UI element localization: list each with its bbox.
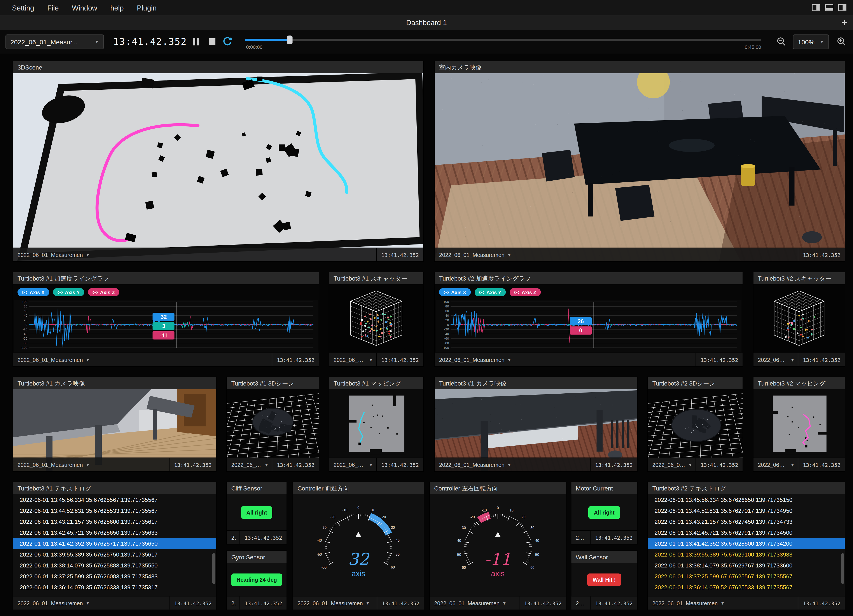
source-select[interactable]: 2022_06_01_Measuremen [227,596,240,610]
panel-timestamp: 13:41.42.352 [376,458,423,471]
log-row[interactable]: 2022-06-01 13:42.45.721 35.67627917,139.… [648,527,845,538]
seek-handle[interactable] [287,36,293,44]
scrollbar[interactable] [212,553,216,584]
source-select[interactable]: 2022_06_01_Measuremen▼ [13,458,169,471]
log-row[interactable]: 2022-06-01 13:45:56.334 35.67626650,139.… [648,494,845,505]
axis-toggle-chip[interactable]: Axis Y [474,288,506,296]
chevron-down-icon: ▼ [507,357,511,362]
source-select[interactable]: 2022_06_01_Measuremen▼ [13,248,376,261]
panel-title: Turtlebot3 #2 テキストログ [648,482,845,494]
3d-scene-viewport[interactable] [13,73,423,261]
source-select[interactable]: 2022_06_01_Measuremen▼ [648,458,696,471]
scrollbar[interactable] [841,553,844,584]
svg-text:-40: -40 [444,332,449,336]
mapping-view[interactable] [753,389,845,458]
menu-file[interactable]: File [41,3,65,12]
mapping-view[interactable] [329,389,423,458]
seek-track[interactable] [245,39,761,41]
zoom-level-select[interactable]: 100% ▼ [793,35,829,49]
panel-title: Turtlebot3 #2 マッピング [753,377,845,389]
eye-icon [57,290,62,294]
dashboard-title: Dashboard 1 [406,18,447,27]
log-row[interactable]: 2022-06-01 13:44:52.831 35.67625533,139.… [13,505,216,516]
source-select[interactable]: 2022_06_01_Measuremen▼ [227,458,272,471]
panel-title: Turtlebot3 #2 スキャッター [753,272,845,284]
log-row[interactable]: 2022-06-01 13:36:14.079 52.67625533,139.… [648,582,845,593]
layout-bottom-panel-icon[interactable] [825,5,833,11]
loop-button[interactable] [221,36,234,47]
log-row[interactable]: 2022-06-01 13:38:14.079 35.67625883,139.… [13,560,216,571]
layout-right-panel-icon[interactable] [812,5,820,11]
source-select[interactable]: 2022_06_01_Measuremen [572,596,590,610]
scatter-3d-plot[interactable] [329,284,423,353]
svg-text:40: 40 [535,539,539,543]
panel-timestamp: 13:41.42.352 [377,596,423,610]
pointcloud-scene[interactable] [227,389,319,458]
log-row[interactable]: 2022-01-01 13:41.42.352 35.67628500,139.… [648,538,845,549]
pointcloud-scene[interactable] [648,389,743,458]
panel-timestamp: 13:41.42.352 [590,596,637,610]
log-row[interactable]: 2022-06-01 13:38:14.079 35.67629767,139.… [648,560,845,571]
source-select[interactable]: 2022_06_01_Measuremen▼ [13,596,169,610]
zoom-out-button[interactable] [776,37,786,49]
log-row[interactable]: 2022-06-01 13:43.21.157 35.67625600,139.… [13,516,216,527]
menu-setting[interactable]: Setting [6,3,41,12]
log-row[interactable]: 2022-06-01 13:42.45.721 35.67625650,139.… [13,527,216,538]
source-select[interactable]: 2022_06_01_Measuremen▼ [430,596,519,610]
source-select[interactable]: 2022_06_01_Measuremen▼ [435,353,696,366]
log-row[interactable]: 2022-06-01 13:36:14.079 35.67626333,139.… [13,582,216,593]
source-select[interactable]: 2022_06_01_Measuremen▼ [435,248,798,261]
source-select[interactable]: 2022_06_01_Measuremen [572,531,590,544]
panel-footer: 2022_06_01_Measuremen▼ 13:41.42.352 [329,353,423,367]
source-select[interactable]: 2022_06_01_Measuremen [227,531,240,544]
svg-text:-30: -30 [461,526,466,530]
axis-toggle-chip[interactable]: Axis Z [88,288,119,296]
source-select[interactable]: 2022_06_01_Measuremen▼ [753,458,798,471]
axis-toggle-chip[interactable]: Axis X [439,288,471,296]
forward-gauge: -60-50-40-30-20-10010203040506032axis [293,494,424,596]
log-row[interactable]: 2022-06-01 13:39:55.389 75.67629100,139.… [648,549,845,560]
seek-bar[interactable]: 0:00:00 0:45:00 [245,38,761,51]
panel-title: Turtlebot3 #1 テキストログ [13,482,216,494]
source-select[interactable]: 2022_06_01_Measuremen▼ [13,353,272,366]
log-row[interactable]: 2022-06-01 13:43.21.157 35.67627450,139.… [648,516,845,527]
svg-text:20: 20 [382,515,386,519]
acceleration-line-chart[interactable]: 100806040200-20-40-60-80-100323-11 [14,300,318,352]
source-select[interactable]: 2022_06_01_Measuremen▼ [329,458,376,471]
source-select[interactable]: 2022_06_01_Measuremen▼ [648,596,798,610]
acceleration-line-chart[interactable]: 100806040200-20-40-60-80-100260 [436,300,742,352]
menu-help[interactable]: help [104,3,130,12]
log-row[interactable]: 2022-06-01 13:45:56.334 35.67625567,139.… [13,494,216,505]
log-row[interactable]: 2022-06-01 13:44:52.831 35.67627017,139.… [648,505,845,516]
stop-button[interactable] [206,36,219,47]
indoor-camera-image [435,73,845,261]
add-dashboard-icon[interactable]: + [841,15,847,30]
chevron-down-icon: ▼ [85,462,90,467]
panel-timestamp: 13:41.42.352 [169,458,216,471]
log-row[interactable]: 2022-06-01 13:37:25.599 67.67625567,139.… [648,571,845,582]
layout-sidebar-icon[interactable] [838,5,847,11]
measurement-select[interactable]: 2022_06_01_Measur... ▼ [6,35,104,49]
zoom-in-button[interactable] [836,37,847,49]
chevron-down-icon: ▼ [85,252,90,257]
source-select[interactable]: 2022_06_01_Measuremen▼ [435,458,590,471]
pause-button[interactable] [189,36,202,47]
cursor-value-tags: 323-11 [153,313,175,340]
eye-icon [514,290,519,294]
cursor-value: 26 [570,317,592,325]
menu-plugin[interactable]: Plugin [131,3,163,12]
source-select[interactable]: 2022_06_01_Measuremen▼ [753,353,798,366]
svg-text:40: 40 [445,314,449,317]
log-row[interactable]: 2022-06-01 13:39:55.389 35.67625750,139.… [13,549,216,560]
menu-window[interactable]: Window [65,3,104,12]
log-row[interactable]: 2022-06-01 13:37:25.599 35.67626083,139.… [13,571,216,582]
panel-title: Turtlebot3 #2 加速度ライングラフ [435,272,743,284]
source-select[interactable]: 2022_06_01_Measuremen▼ [329,353,376,366]
panel-graphic [329,389,423,458]
axis-toggle-chip[interactable]: Axis X [18,288,49,296]
axis-toggle-chip[interactable]: Axis Z [510,288,541,296]
axis-toggle-chip[interactable]: Axis Y [53,288,84,296]
source-select[interactable]: 2022_06_01_Measuremen▼ [293,596,377,610]
log-row[interactable]: 2022-01-01 13:41.42.352 35.67625717,139.… [13,538,216,549]
scatter-3d-plot[interactable] [753,284,845,353]
